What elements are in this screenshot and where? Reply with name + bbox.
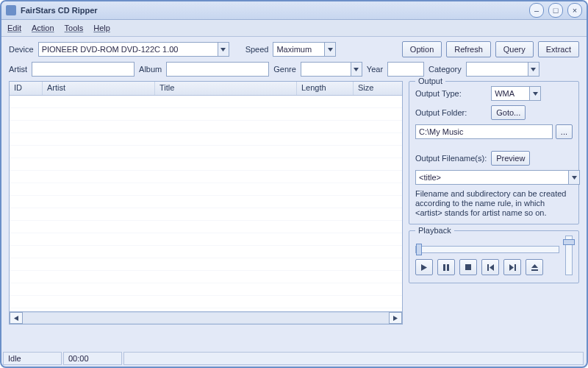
stop-button[interactable]: [459, 259, 477, 275]
volume-slider[interactable]: [565, 236, 573, 275]
col-title[interactable]: Title: [155, 82, 297, 95]
category-combo[interactable]: [466, 62, 539, 77]
horizontal-scrollbar[interactable]: [9, 312, 403, 325]
status-time: 00:00: [63, 352, 122, 365]
app-icon: [6, 5, 16, 15]
playback-group: Playback: [409, 230, 579, 283]
chevron-down-icon: [218, 43, 229, 56]
window-title: FairStars CD Ripper: [21, 6, 98, 15]
query-button[interactable]: Query: [495, 41, 534, 57]
status-state: Idle: [3, 352, 62, 365]
maximize-button[interactable]: □: [548, 3, 563, 18]
output-group: Output Output Type: WMA Output Folder: G…: [409, 81, 579, 224]
output-folder-input[interactable]: C:\My Music: [415, 124, 553, 139]
artist-input[interactable]: [32, 62, 135, 77]
col-size[interactable]: Size: [354, 82, 402, 95]
col-length[interactable]: Length: [297, 82, 354, 95]
device-row: Device PIONEER DVD-ROM DVD-122C 1.00 Spe…: [9, 41, 579, 57]
metadata-row: Artist Album Genre Year Category: [9, 62, 579, 77]
output-filenames-label: Output Filename(s):: [415, 154, 487, 163]
album-label: Album: [139, 65, 162, 74]
filename-template-combo[interactable]: <title>: [415, 170, 580, 185]
table-header: ID Artist Title Length Size: [10, 82, 402, 96]
category-label: Category: [429, 65, 462, 74]
title-bar: FairStars CD Ripper – □ ×: [1, 1, 587, 20]
device-label: Device: [9, 45, 34, 54]
menu-help[interactable]: Help: [93, 24, 110, 32]
menu-edit[interactable]: Edit: [7, 24, 21, 32]
artist-label: Artist: [9, 65, 27, 74]
pause-button[interactable]: [437, 259, 455, 275]
extract-button[interactable]: Extract: [538, 41, 579, 57]
album-input[interactable]: [166, 62, 269, 77]
close-button[interactable]: ×: [567, 3, 582, 18]
refresh-button[interactable]: Refresh: [446, 41, 491, 57]
app-window: FairStars CD Ripper – □ × Edit Action To…: [0, 0, 588, 368]
previous-button[interactable]: [481, 259, 499, 275]
option-button[interactable]: Option: [402, 41, 442, 57]
scroll-right-icon[interactable]: [389, 312, 402, 324]
menu-tools[interactable]: Tools: [65, 24, 84, 32]
menu-action[interactable]: Action: [32, 24, 54, 32]
output-folder-label: Output Folder:: [415, 108, 487, 117]
eject-button[interactable]: [526, 259, 543, 275]
year-input[interactable]: [387, 62, 424, 77]
browse-folder-button[interactable]: ...: [556, 124, 573, 139]
col-id[interactable]: ID: [10, 82, 43, 95]
device-combo[interactable]: PIONEER DVD-ROM DVD-122C 1.00: [38, 42, 229, 57]
playback-legend: Playback: [415, 226, 454, 235]
chevron-down-icon: [528, 63, 539, 76]
menu-bar: Edit Action Tools Help: [1, 20, 587, 37]
chevron-down-icon: [324, 43, 335, 56]
preview-button[interactable]: Preview: [491, 151, 530, 166]
col-artist[interactable]: Artist: [43, 82, 155, 95]
next-button[interactable]: [503, 259, 521, 275]
device-value: PIONEER DVD-ROM DVD-122C 1.00: [42, 45, 179, 54]
output-type-combo[interactable]: WMA: [491, 86, 541, 101]
genre-combo[interactable]: [301, 62, 362, 77]
speed-value: Maximum: [276, 45, 312, 54]
play-button[interactable]: [415, 259, 433, 275]
genre-label: Genre: [273, 65, 296, 74]
chevron-down-icon: [529, 87, 540, 100]
speed-label: Speed: [245, 45, 269, 54]
output-legend: Output: [415, 77, 445, 85]
chevron-down-icon: [351, 63, 362, 76]
filename-note: Filename and subdirectory can be created…: [415, 189, 573, 218]
status-bar: Idle 00:00: [3, 352, 585, 365]
goto-button[interactable]: Goto...: [491, 105, 526, 120]
status-spacer: [123, 352, 584, 365]
playback-position-slider[interactable]: [415, 246, 559, 253]
minimize-button[interactable]: –: [529, 3, 544, 18]
output-type-label: Output Type:: [415, 89, 487, 98]
svg-rect-0: [465, 264, 471, 270]
speed-combo[interactable]: Maximum: [273, 42, 336, 57]
year-label: Year: [367, 65, 383, 74]
scroll-left-icon[interactable]: [10, 312, 23, 324]
table-body[interactable]: [10, 96, 402, 311]
chevron-down-icon: [568, 171, 579, 184]
scroll-track[interactable]: [23, 312, 389, 324]
track-table[interactable]: ID Artist Title Length Size: [9, 81, 403, 312]
